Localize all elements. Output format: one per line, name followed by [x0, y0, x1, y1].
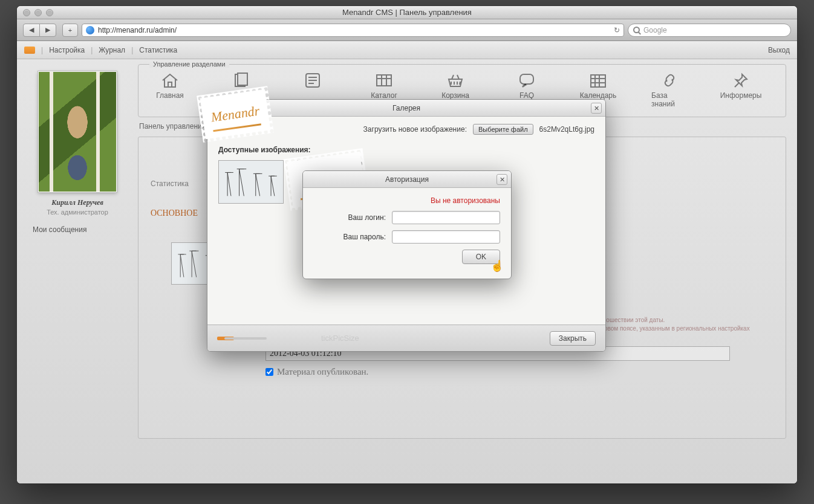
gallery-close-button[interactable]: Закрыть: [550, 331, 596, 346]
slider-ghost-label: tickPicSize: [321, 334, 359, 343]
menu-journal[interactable]: Журнал: [99, 46, 125, 54]
pin-icon: [731, 72, 751, 89]
gallery-close-icon[interactable]: ✕: [591, 103, 602, 114]
close-window-icon[interactable]: [23, 9, 30, 16]
url-text: http://menandr.ru/admin/: [98, 26, 177, 34]
published-checkbox[interactable]: [265, 368, 273, 376]
links-icon: [660, 72, 679, 89]
sections-legend: Управление разделами: [149, 60, 229, 68]
gallery-dialog-title: Галерея: [392, 104, 420, 112]
auth-dialog-title: Авторизация: [385, 175, 429, 184]
available-images-heading: Доступные изображения:: [218, 146, 594, 154]
logout-link[interactable]: Выход: [768, 46, 790, 54]
choose-file-button[interactable]: Выберите файл: [473, 124, 533, 135]
window-controls[interactable]: [23, 9, 53, 16]
selected-filename: 6s2Mv2qLt6g.jpg: [539, 125, 594, 134]
section-informers[interactable]: Информеры: [723, 72, 759, 108]
zoom-window-icon[interactable]: [46, 9, 53, 16]
upload-label: Загрузить новое изображение:: [363, 125, 467, 134]
thumbnail-size-slider[interactable]: [224, 337, 267, 340]
auth-dialog: Авторизация ✕ Вы не авторизованы Ваш лог…: [302, 170, 512, 279]
titlebar: Menandr CMS | Панель управления: [17, 6, 797, 19]
page-title: Menandr CMS | Панель управления: [17, 8, 797, 17]
section-home[interactable]: Главная: [152, 72, 188, 108]
url-bar[interactable]: http://menandr.ru/admin/ ↻: [82, 24, 624, 37]
auth-error-message: Вы не авторизованы: [314, 196, 500, 205]
pages-icon: [232, 72, 251, 89]
app-logo-icon: [24, 47, 35, 54]
search-placeholder: Google: [643, 26, 667, 34]
menu-stats[interactable]: Статистика: [139, 46, 177, 54]
app-menubar: | Настройка | Журнал | Статистика Выход: [17, 41, 797, 59]
menu-settings[interactable]: Настройка: [49, 46, 85, 54]
back-button[interactable]: ◀: [23, 24, 40, 37]
app-viewport: | Настройка | Журнал | Статистика Выход …: [17, 41, 797, 483]
section-kb[interactable]: База знаний: [651, 72, 688, 108]
user-role: Тех. администратор: [23, 208, 132, 216]
sidebar: Кирилл Неручев Тех. администратор Мои со…: [17, 59, 138, 483]
basket-icon: [446, 72, 465, 89]
home-icon: [160, 72, 180, 89]
auth-dialog-header[interactable]: Авторизация ✕: [303, 171, 511, 188]
svg-rect-4: [520, 74, 533, 84]
user-name: Кирилл Неручев: [23, 198, 132, 207]
login-label: Ваш логин:: [314, 213, 386, 222]
my-messages-link[interactable]: Мои сообщения: [23, 225, 132, 234]
calendar-icon: [588, 72, 608, 89]
menandr-stamp-icon: Menandr: [197, 86, 274, 143]
browser-window: Menandr CMS | Панель управления ◀ ▶ + ht…: [17, 6, 797, 483]
globe-icon: [86, 26, 94, 34]
password-label: Ваш пароль:: [314, 233, 386, 241]
login-input[interactable]: [392, 211, 500, 224]
svg-rect-3: [377, 75, 391, 86]
browser-toolbar: ◀ ▶ + http://menandr.ru/admin/ ↻ Google: [17, 19, 797, 41]
forward-button[interactable]: ▶: [39, 24, 56, 37]
faq-icon: [517, 72, 536, 89]
svg-rect-5: [591, 75, 605, 87]
gallery-footer: tickPicSize Закрыть: [207, 325, 605, 351]
password-input[interactable]: [392, 230, 500, 244]
reload-icon[interactable]: ↻: [614, 26, 620, 34]
minimize-window-icon[interactable]: [34, 9, 42, 16]
catalog-icon: [374, 72, 394, 89]
published-checkbox-label: Материал опубликован.: [277, 367, 368, 377]
search-bar[interactable]: Google: [628, 24, 791, 37]
auth-close-icon[interactable]: ✕: [497, 174, 507, 185]
news-icon: [303, 72, 322, 89]
svg-rect-1: [238, 73, 247, 85]
avatar[interactable]: [38, 71, 117, 192]
search-icon: [633, 27, 640, 33]
image-thumbnail[interactable]: [218, 160, 284, 204]
add-bookmark-button[interactable]: +: [62, 24, 78, 37]
ok-button[interactable]: OK: [462, 250, 500, 264]
